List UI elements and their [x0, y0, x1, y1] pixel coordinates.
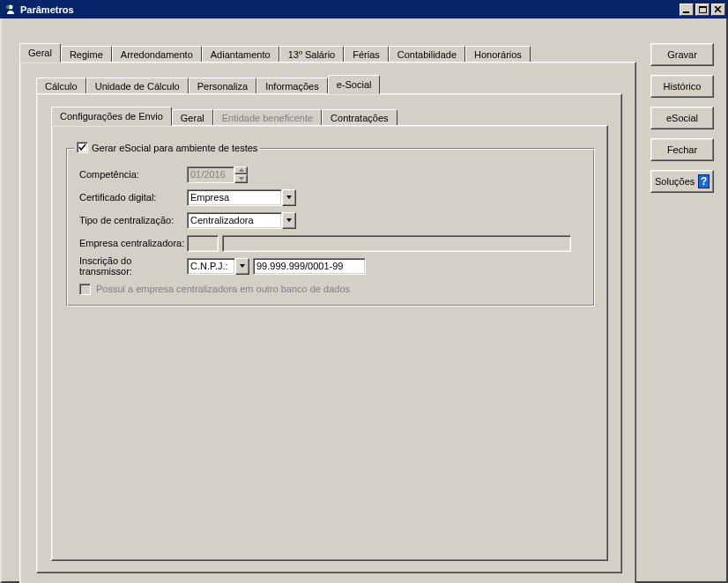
inner-tabstrip: Configurações de Envio Geral Entidade be… — [51, 107, 608, 125]
tab-13-salario[interactable]: 13º Salário — [279, 46, 345, 63]
gravar-button[interactable]: Gravar — [650, 43, 714, 66]
tab-adiantamento[interactable]: Adiantamento — [202, 46, 279, 63]
tab-calculo[interactable]: Cálculo — [36, 77, 86, 94]
tab-regime[interactable]: Regime — [61, 46, 112, 63]
window-body: Gravar Histórico eSocial Fechar Soluções… — [0, 18, 728, 583]
empresa-centralizadora-label: Empresa centralizadora: — [79, 238, 187, 248]
gerar-esocial-groupbox: Gerar eSocial para ambiente de testes Co… — [66, 148, 595, 306]
inscricao-tipo-dropdown-button[interactable] — [235, 258, 249, 275]
competencia-spin-down — [234, 174, 248, 183]
tab-personaliza[interactable]: Personaliza — [189, 77, 256, 94]
group-legend: Gerar eSocial para ambiente de testes — [74, 142, 260, 153]
row-possui-centralizadora: Possui a empresa centralizadora em outro… — [79, 277, 571, 300]
group-legend-text: Gerar eSocial para ambiente de testes — [92, 143, 257, 153]
possui-centralizadora-label: Possui a empresa centralizadora em outro… — [96, 284, 350, 294]
tab-geral[interactable]: Geral — [19, 43, 61, 63]
gerar-esocial-checkbox[interactable] — [77, 142, 88, 153]
main-tabpanel: Cálculo Unidade de Cálculo Personaliza I… — [19, 62, 636, 583]
sub-tabstrip: Cálculo Unidade de Cálculo Personaliza I… — [36, 75, 622, 93]
svg-point-1 — [6, 5, 10, 9]
inscricao-numero-input[interactable]: 99.999.999/0001-99 — [253, 258, 366, 275]
tab-esocial[interactable]: e-Social — [328, 75, 381, 94]
competencia-input: 01/2016 — [187, 166, 234, 183]
row-inscricao-transmissor: Inscrição do transmissor: C.N.P.J.: 99.9… — [79, 255, 571, 277]
tab-contabilidade[interactable]: Contabilidade — [389, 46, 465, 63]
inscricao-tipo-value: C.N.P.J.: — [187, 258, 235, 275]
row-empresa-centralizadora: Empresa centralizadora: — [79, 232, 571, 255]
solucoes-button[interactable]: Soluções ? — [650, 170, 714, 193]
close-button[interactable] — [711, 4, 725, 16]
tipo-centralizacao-label: Tipo de centralização: — [79, 215, 187, 225]
empresa-centralizadora-code — [187, 235, 219, 252]
main-tabs: Geral Regime Arredondamento Adiantamento… — [19, 43, 636, 583]
inner-tabs: Configurações de Envio Geral Entidade be… — [51, 107, 608, 561]
action-column: Gravar Histórico eSocial Fechar Soluções… — [650, 43, 714, 193]
certificado-label: Certificado digital: — [79, 192, 187, 203]
fechar-button[interactable]: Fechar — [650, 138, 714, 161]
sub-tabpanel: Configurações de Envio Geral Entidade be… — [36, 93, 622, 573]
tab-geral-inner[interactable]: Geral — [172, 109, 213, 126]
tab-unidade-calculo[interactable]: Unidade de Cálculo — [86, 77, 189, 94]
app-icon — [4, 3, 17, 16]
minimize-button[interactable] — [680, 4, 694, 16]
tab-honorarios[interactable]: Honorários — [465, 46, 531, 63]
main-tabstrip: Geral Regime Arredondamento Adiantamento… — [19, 43, 636, 62]
svg-rect-2 — [683, 11, 689, 13]
sub-tabs: Cálculo Unidade de Cálculo Personaliza I… — [36, 75, 622, 573]
tab-entidade-beneficente: Entidade beneficente — [213, 109, 322, 126]
svg-rect-4 — [699, 6, 707, 8]
competencia-spin-up — [234, 166, 248, 174]
help-icon: ? — [698, 174, 709, 188]
tipo-dropdown-button[interactable] — [282, 212, 296, 229]
inner-tabpanel: Gerar eSocial para ambiente de testes Co… — [51, 125, 608, 561]
inscricao-label: Inscrição do transmissor: — [79, 255, 187, 277]
inscricao-tipo-combo[interactable]: C.N.P.J.: — [187, 258, 249, 275]
row-certificado: Certificado digital: Empresa — [79, 186, 571, 209]
tab-arredondamento[interactable]: Arredondamento — [112, 46, 202, 63]
solucoes-label: Soluções — [655, 176, 695, 187]
competencia-label: Competência: — [79, 169, 187, 180]
row-tipo-centralizacao: Tipo de centralização: Centralizadora — [79, 209, 571, 232]
window-title: Parâmetros — [20, 4, 678, 15]
title-controls — [678, 4, 725, 16]
titlebar: Parâmetros — [0, 0, 728, 18]
possui-centralizadora-checkbox — [79, 284, 91, 295]
tab-contratacoes[interactable]: Contratações — [322, 109, 397, 126]
certificado-value: Empresa — [187, 189, 282, 206]
esocial-button[interactable]: eSocial — [650, 107, 714, 129]
tipo-centralizacao-combo[interactable]: Centralizadora — [187, 212, 296, 229]
tipo-centralizacao-value: Centralizadora — [187, 212, 282, 229]
empresa-centralizadora-name — [222, 235, 571, 252]
tab-informacoes[interactable]: Informações — [256, 77, 328, 94]
maximize-button[interactable] — [695, 4, 709, 16]
row-competencia: Competência: 01/2016 — [79, 163, 571, 186]
competencia-spinner — [234, 166, 248, 183]
form: Competência: 01/2016 — [79, 163, 571, 300]
tab-config-envio[interactable]: Configurações de Envio — [51, 107, 172, 126]
historico-button[interactable]: Histórico — [650, 75, 714, 98]
certificado-dropdown-button[interactable] — [282, 189, 296, 206]
tab-ferias[interactable]: Férias — [344, 46, 389, 63]
certificado-combo[interactable]: Empresa — [187, 189, 296, 206]
